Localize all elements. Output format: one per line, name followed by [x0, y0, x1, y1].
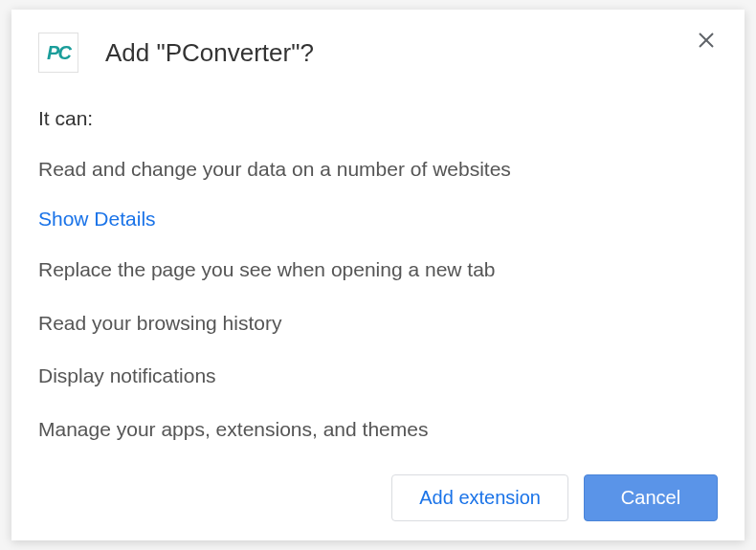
permission-item: Replace the page you see when opening a … [38, 255, 718, 283]
show-details-link[interactable]: Show Details [38, 208, 718, 231]
dialog-header: PC Add "PConverter"? [38, 33, 718, 73]
extension-install-dialog: PC Add "PConverter"? It can: Read and ch… [11, 10, 745, 540]
permission-item: Manage your apps, extensions, and themes [38, 415, 718, 443]
close-button[interactable] [695, 29, 718, 52]
permission-item: Read and change your data on a number of… [38, 155, 718, 183]
cancel-button[interactable]: Cancel [584, 474, 718, 521]
extension-icon: PC [38, 33, 78, 73]
permissions-intro: It can: [38, 107, 718, 130]
dialog-title: Add "PConverter"? [105, 33, 695, 68]
dialog-footer: Add extension Cancel [391, 474, 718, 521]
extension-icon-text: PC [47, 42, 70, 64]
permission-item: Read your browsing history [38, 309, 718, 337]
add-extension-button[interactable]: Add extension [391, 474, 568, 521]
close-icon [698, 32, 715, 49]
permission-item: Display notifications [38, 362, 718, 389]
